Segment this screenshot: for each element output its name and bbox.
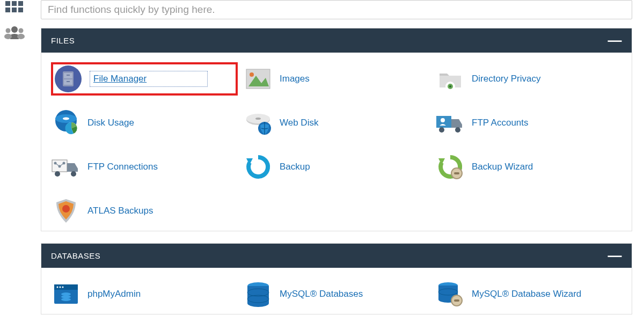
users-icon[interactable] bbox=[4, 25, 25, 40]
images-link[interactable]: Images bbox=[280, 74, 310, 84]
svg-rect-1 bbox=[12, 1, 17, 6]
main-content: FILES — File Manager Images Directo bbox=[29, 0, 644, 322]
disk-usage-link[interactable]: Disk Usage bbox=[87, 118, 134, 128]
collapse-icon[interactable]: — bbox=[608, 252, 623, 260]
db-wizard-icon bbox=[435, 279, 465, 309]
backup-wizard-icon bbox=[435, 152, 465, 182]
feature-backup[interactable]: Backup bbox=[243, 150, 430, 184]
folder-eye-icon bbox=[435, 64, 465, 94]
feature-images[interactable]: Images bbox=[243, 62, 430, 96]
svg-point-11 bbox=[17, 34, 25, 39]
svg-point-60 bbox=[61, 298, 71, 301]
feature-atlas-backups[interactable]: ATLAS Backups bbox=[51, 194, 238, 228]
feature-ftp-connections[interactable]: FTP Connections bbox=[51, 150, 238, 184]
feature-file-manager[interactable]: File Manager bbox=[51, 62, 238, 96]
file-cabinet-icon bbox=[53, 64, 83, 94]
svg-point-34 bbox=[439, 127, 444, 133]
svg-point-10 bbox=[19, 28, 24, 33]
shield-icon bbox=[51, 196, 81, 226]
files-panel: FILES — File Manager Images Directo bbox=[41, 28, 632, 231]
files-panel-title: FILES bbox=[51, 36, 75, 45]
ftp-accounts-link[interactable]: FTP Accounts bbox=[472, 118, 529, 128]
databases-panel-title: DATABASES bbox=[51, 251, 100, 260]
svg-point-30 bbox=[255, 118, 261, 120]
image-icon bbox=[243, 64, 273, 94]
db-window-icon bbox=[51, 279, 81, 309]
databases-panel: DATABASES — phpMyAdmin MySQL® Databases bbox=[41, 243, 632, 314]
svg-point-35 bbox=[455, 127, 460, 133]
svg-point-55 bbox=[57, 287, 58, 288]
feature-directory-privacy[interactable]: Directory Privacy bbox=[435, 62, 622, 96]
ftp-connections-link[interactable]: FTP Connections bbox=[87, 162, 158, 172]
svg-rect-4 bbox=[12, 8, 17, 12]
truck-nodes-icon bbox=[51, 152, 81, 182]
files-panel-header[interactable]: FILES — bbox=[41, 28, 632, 53]
svg-point-42 bbox=[55, 171, 60, 177]
sidebar bbox=[0, 0, 29, 322]
svg-point-8 bbox=[6, 28, 11, 33]
truck-user-icon bbox=[435, 108, 465, 138]
disk-globe-icon bbox=[243, 108, 273, 138]
grid-apps-icon[interactable] bbox=[4, 0, 25, 15]
svg-rect-3 bbox=[5, 8, 10, 12]
svg-point-23 bbox=[449, 85, 451, 87]
file-manager-link[interactable]: File Manager bbox=[90, 71, 208, 87]
files-panel-body: File Manager Images Directory Privacy Di… bbox=[41, 53, 632, 231]
svg-point-9 bbox=[4, 34, 12, 39]
db-stack-icon bbox=[243, 279, 273, 309]
databases-panel-header[interactable]: DATABASES — bbox=[41, 244, 632, 268]
feature-backup-wizard[interactable]: Backup Wizard bbox=[435, 150, 622, 184]
collapse-icon[interactable]: — bbox=[608, 36, 623, 45]
feature-mysql-databases[interactable]: MySQL® Databases bbox=[243, 277, 430, 311]
backup-link[interactable]: Backup bbox=[280, 162, 310, 172]
web-disk-link[interactable]: Web Disk bbox=[280, 118, 318, 128]
feature-disk-usage[interactable]: Disk Usage bbox=[51, 106, 238, 140]
svg-point-52 bbox=[62, 205, 70, 213]
phpmyadmin-link[interactable]: phpMyAdmin bbox=[87, 289, 141, 299]
svg-point-26 bbox=[63, 118, 69, 120]
svg-rect-67 bbox=[454, 299, 459, 302]
feature-ftp-accounts[interactable]: FTP Accounts bbox=[435, 106, 622, 140]
disk-pie-icon bbox=[51, 108, 81, 138]
svg-point-6 bbox=[11, 26, 18, 33]
svg-rect-0 bbox=[5, 1, 10, 6]
svg-point-56 bbox=[60, 287, 61, 288]
svg-point-19 bbox=[250, 72, 254, 77]
svg-rect-2 bbox=[18, 1, 23, 6]
databases-panel-body: phpMyAdmin MySQL® Databases MySQL® Datab… bbox=[41, 268, 632, 314]
mysql-wizard-link[interactable]: MySQL® Database Wizard bbox=[472, 289, 581, 299]
svg-line-46 bbox=[258, 167, 262, 169]
feature-web-disk[interactable]: Web Disk bbox=[243, 106, 430, 140]
svg-point-33 bbox=[441, 118, 445, 122]
mysql-databases-link[interactable]: MySQL® Databases bbox=[280, 289, 363, 299]
svg-rect-5 bbox=[18, 8, 23, 12]
atlas-backups-link[interactable]: ATLAS Backups bbox=[87, 206, 153, 216]
svg-rect-51 bbox=[454, 172, 459, 174]
feature-mysql-wizard[interactable]: MySQL® Database Wizard bbox=[435, 277, 622, 311]
svg-rect-17 bbox=[67, 81, 70, 82]
directory-privacy-link[interactable]: Directory Privacy bbox=[472, 74, 540, 84]
svg-rect-16 bbox=[67, 75, 70, 76]
backup-arrow-icon bbox=[243, 152, 273, 182]
search-input[interactable] bbox=[41, 0, 632, 19]
backup-wizard-link[interactable]: Backup Wizard bbox=[472, 162, 533, 172]
svg-point-43 bbox=[71, 171, 76, 177]
feature-phpmyadmin[interactable]: phpMyAdmin bbox=[51, 277, 238, 311]
svg-point-57 bbox=[62, 287, 64, 288]
